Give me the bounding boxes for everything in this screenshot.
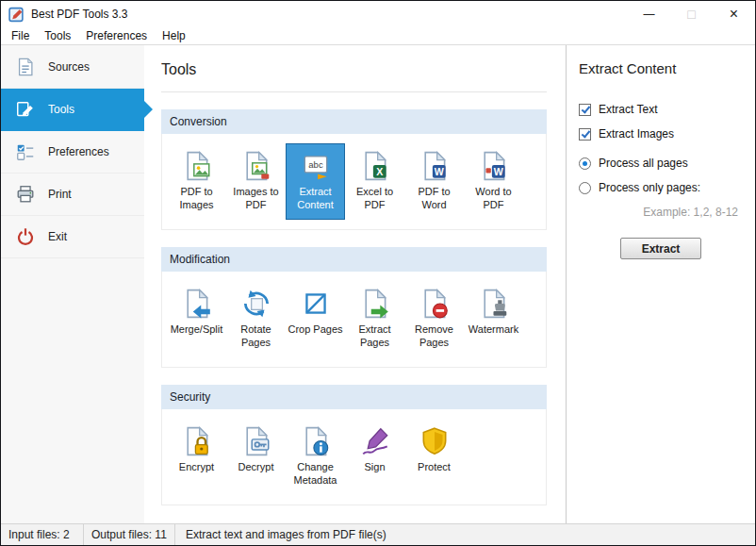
- process-all-pages-radio[interactable]: [579, 157, 591, 170]
- main-content: Tools Conversion PDF to Images: [144, 45, 566, 523]
- word-to-pdf-icon: W: [478, 150, 510, 182]
- tool-crop-pages[interactable]: Crop Pages: [286, 281, 345, 344]
- extract-images-checkbox[interactable]: [579, 128, 591, 141]
- tool-label: Sign: [364, 460, 385, 473]
- tools-row-conversion: PDF to Images Images to PDF: [161, 134, 547, 230]
- tool-pdf-to-word[interactable]: W PDF to Word: [404, 143, 464, 220]
- tool-rotate-pages[interactable]: Rotate Pages: [226, 281, 286, 357]
- status-output-files: Output files: 11: [84, 524, 175, 545]
- merge-split-icon: [181, 288, 213, 320]
- images-to-pdf-icon: [240, 150, 272, 182]
- panel-title: Extract Content: [579, 60, 743, 76]
- tool-label: Excel to PDF: [347, 185, 403, 211]
- extract-content-icon: abc: [300, 150, 332, 182]
- svg-text:abc: abc: [308, 159, 323, 170]
- extract-text-checkbox[interactable]: [579, 104, 591, 116]
- tool-pdf-to-images[interactable]: PDF to Images: [167, 143, 226, 220]
- sidebar-item-label: Print: [48, 188, 72, 201]
- tool-label: Encrypt: [179, 460, 214, 473]
- app-icon: [8, 7, 25, 23]
- tool-label: Images to PDF: [228, 185, 284, 211]
- maximize-button[interactable]: □: [670, 1, 713, 27]
- extract-images-checkbox-row[interactable]: Extract Images: [579, 127, 743, 141]
- pages-example-hint: Example: 1,2, 8-12: [579, 206, 743, 219]
- tools-row-security: Encrypt Decrypt: [161, 409, 547, 505]
- section-modification: Modification Merge/Split: [161, 247, 547, 368]
- tool-extract-pages[interactable]: Extract Pages: [345, 281, 404, 357]
- menu-file[interactable]: File: [4, 27, 37, 44]
- tool-label: Extract Content: [288, 185, 343, 211]
- preferences-icon: [15, 141, 36, 162]
- sidebar-item-label: Tools: [48, 103, 74, 116]
- tool-protect[interactable]: Protect: [404, 419, 464, 482]
- option-label: Process all pages: [599, 157, 688, 170]
- process-only-pages-radio[interactable]: [579, 182, 591, 194]
- extract-pages-icon: [359, 288, 391, 320]
- option-label: Process only pages:: [599, 181, 700, 194]
- sidebar: Sources Tools Preferences: [1, 45, 144, 523]
- sidebar-item-exit[interactable]: Exit: [1, 216, 144, 258]
- tool-encrypt[interactable]: Encrypt: [167, 419, 226, 482]
- tool-label: Remove Pages: [406, 323, 462, 349]
- tool-label: PDF to Images: [169, 185, 224, 211]
- extract-button[interactable]: Extract: [620, 238, 701, 259]
- tool-word-to-pdf[interactable]: W Word to PDF: [464, 143, 523, 220]
- sidebar-item-print[interactable]: Print: [1, 174, 144, 216]
- options-panel: Extract Content Extract Text Extract Ima…: [566, 45, 755, 523]
- close-button[interactable]: ×: [713, 1, 755, 27]
- process-only-pages-radio-row[interactable]: Process only pages:: [579, 181, 743, 194]
- section-header-modification: Modification: [161, 247, 547, 272]
- svg-text:X: X: [376, 166, 383, 177]
- sidebar-item-tools[interactable]: Tools: [1, 89, 144, 131]
- minimize-button[interactable]: —: [628, 1, 670, 27]
- watermark-icon: [478, 288, 510, 320]
- tools-icon: [15, 99, 36, 120]
- tool-label: Merge/Split: [171, 323, 223, 336]
- change-metadata-icon: [300, 425, 332, 457]
- pdf-to-word-icon: W: [419, 150, 451, 182]
- status-message: Extract text and images from PDF file(s): [175, 524, 394, 545]
- sidebar-item-label: Exit: [48, 230, 67, 243]
- tool-label: PDF to Word: [406, 185, 462, 211]
- tool-watermark[interactable]: Watermark: [464, 281, 523, 344]
- crop-pages-icon: [300, 288, 332, 320]
- tool-label: Extract Pages: [347, 323, 403, 349]
- statusbar: Input files: 2 Output files: 11 Extract …: [1, 523, 755, 545]
- window-controls: — □ ×: [628, 1, 755, 27]
- tool-remove-pages[interactable]: Remove Pages: [404, 281, 464, 357]
- section-security: Security Encrypt: [161, 385, 547, 505]
- tool-sign[interactable]: Sign: [345, 419, 404, 482]
- tool-merge-split[interactable]: Merge/Split: [167, 281, 226, 344]
- window-title: Best PDF Tools 3.3: [31, 8, 128, 21]
- sidebar-item-sources[interactable]: Sources: [1, 46, 144, 89]
- sidebar-item-label: Preferences: [48, 145, 109, 158]
- excel-to-pdf-icon: X: [359, 150, 391, 182]
- tool-excel-to-pdf[interactable]: X Excel to PDF: [345, 143, 404, 220]
- extract-text-checkbox-row[interactable]: Extract Text: [579, 103, 743, 116]
- tool-label: Change Metadata: [288, 460, 343, 487]
- section-conversion: Conversion PDF to Images: [161, 109, 547, 230]
- tool-label: Decrypt: [238, 460, 274, 473]
- sign-icon: [359, 425, 391, 457]
- tool-images-to-pdf[interactable]: Images to PDF: [226, 143, 286, 220]
- protect-icon: [419, 425, 451, 457]
- tool-label: Word to PDF: [466, 185, 521, 211]
- process-all-pages-radio-row[interactable]: Process all pages: [579, 157, 743, 170]
- tool-label: Crop Pages: [288, 323, 342, 336]
- menu-preferences[interactable]: Preferences: [78, 27, 155, 44]
- app-window: Best PDF Tools 3.3 — □ × File Tools Pref…: [0, 0, 756, 546]
- remove-pages-icon: [419, 288, 451, 320]
- section-header-security: Security: [161, 385, 547, 409]
- sidebar-item-preferences[interactable]: Preferences: [1, 131, 144, 174]
- svg-text:W: W: [493, 166, 502, 177]
- tool-label: Watermark: [468, 323, 518, 336]
- svg-text:W: W: [434, 166, 443, 177]
- option-label: Extract Images: [599, 127, 674, 141]
- menu-help[interactable]: Help: [155, 27, 193, 44]
- tool-label: Rotate Pages: [228, 323, 284, 349]
- menu-tools[interactable]: Tools: [37, 27, 78, 44]
- tool-extract-content[interactable]: abc Extract Content: [286, 143, 345, 220]
- tool-change-metadata[interactable]: Change Metadata: [286, 419, 345, 495]
- tool-decrypt[interactable]: Decrypt: [226, 419, 286, 482]
- power-icon: [15, 226, 36, 247]
